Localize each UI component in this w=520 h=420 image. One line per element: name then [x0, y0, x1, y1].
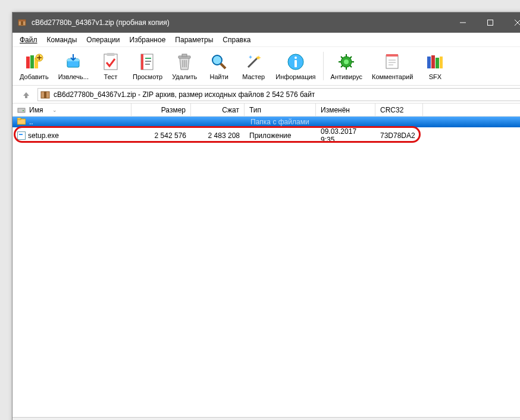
- parent-folder-row[interactable]: .. Папка с файлами: [12, 117, 520, 127]
- comment-button[interactable]: Комментарий: [367, 49, 418, 83]
- statusbar: Всего 2 542 576 байт в 1 файле: [12, 417, 520, 420]
- wizard-label: Мастер: [242, 73, 265, 80]
- svg-rect-45: [386, 54, 398, 57]
- view-icon: [137, 52, 158, 72]
- svg-rect-55: [18, 108, 25, 112]
- maximize-button[interactable]: [477, 12, 504, 33]
- file-packed: 2 483 208: [208, 131, 240, 140]
- search-icon: [209, 52, 229, 72]
- svg-rect-4: [488, 20, 493, 26]
- col-packed[interactable]: Сжат: [191, 104, 245, 116]
- app-icon: [17, 18, 27, 27]
- svg-rect-1: [18, 20, 26, 21]
- comment-label: Комментарий: [372, 73, 413, 80]
- svg-rect-52: [440, 57, 443, 68]
- menu-operations[interactable]: Операции: [82, 34, 124, 46]
- window-title: cB6d27780b_64367v1.zip (пробная копия): [32, 18, 170, 27]
- books-add-icon: [24, 52, 44, 72]
- toolbar: Добавить Извлечь... Тест Просмотр Удалит…: [12, 47, 520, 86]
- view-label: Просмотр: [133, 73, 162, 80]
- file-size: 2 542 576: [155, 131, 186, 140]
- svg-line-43: [341, 65, 343, 67]
- delete-label: Удалить: [172, 73, 197, 80]
- sfx-button[interactable]: SFX: [418, 49, 452, 83]
- toolbar-separator: [323, 52, 324, 80]
- virus-icon: [336, 52, 356, 72]
- add-label: Добавить: [20, 73, 49, 80]
- exe-icon: [17, 131, 26, 140]
- books-sfx-icon: [425, 52, 445, 72]
- svg-line-40: [341, 57, 343, 58]
- menu-help[interactable]: Справка: [218, 34, 255, 46]
- parent-folder-label: Папка с файлами: [250, 118, 309, 126]
- wizard-button[interactable]: Мастер: [236, 49, 271, 83]
- up-button[interactable]: [20, 88, 33, 101]
- view-button[interactable]: Просмотр: [128, 49, 167, 83]
- svg-line-28: [221, 64, 225, 68]
- info-icon: [286, 52, 306, 72]
- svg-line-29: [248, 58, 258, 67]
- archive-icon: [40, 90, 50, 99]
- menu-options[interactable]: Параметры: [170, 34, 218, 46]
- svg-rect-58: [17, 118, 21, 120]
- extract-button[interactable]: Извлечь...: [54, 49, 93, 83]
- menubar: Файл Команды Операции Избранное Параметр…: [12, 33, 520, 47]
- titlebar: cB6d27780b_64367v1.zip (пробная копия): [12, 12, 520, 33]
- svg-rect-7: [26, 57, 30, 68]
- svg-rect-33: [295, 60, 297, 67]
- path-text: cB6d27780b_64367v1.zip - ZIP архив, разм…: [54, 90, 315, 99]
- minimize-button[interactable]: [449, 12, 477, 33]
- find-label: Найти: [210, 73, 228, 80]
- svg-rect-8: [30, 55, 34, 68]
- column-headers: Имя ⌄ Размер Сжат Тип Изменён CRC32: [12, 104, 520, 117]
- extract-label: Извлечь...: [58, 73, 89, 80]
- svg-rect-16: [106, 53, 115, 56]
- info-button[interactable]: Информация: [271, 49, 320, 83]
- file-modified: 09.03.2017 9:35: [321, 127, 371, 144]
- svg-point-32: [295, 57, 297, 59]
- svg-rect-44: [386, 55, 398, 68]
- find-button[interactable]: Найти: [202, 49, 236, 83]
- info-label: Информация: [275, 73, 315, 80]
- wand-icon: [243, 52, 264, 72]
- antivirus-button[interactable]: Антивирус: [326, 49, 367, 83]
- menu-favorites[interactable]: Избранное: [125, 34, 171, 46]
- svg-rect-49: [427, 57, 431, 68]
- svg-rect-21: [145, 64, 150, 65]
- menu-commands[interactable]: Команды: [42, 34, 82, 46]
- extract-icon: [63, 52, 83, 72]
- svg-rect-18: [141, 54, 143, 70]
- svg-point-27: [212, 55, 222, 65]
- add-button[interactable]: Добавить: [15, 49, 54, 83]
- sort-indicator: ⌄: [52, 107, 57, 113]
- menu-file[interactable]: Файл: [15, 34, 42, 46]
- close-button[interactable]: [504, 12, 520, 33]
- drive-icon: [17, 106, 26, 114]
- test-button[interactable]: Тест: [93, 49, 128, 83]
- file-name: setup.exe: [28, 131, 59, 140]
- svg-rect-50: [431, 55, 435, 68]
- delete-button[interactable]: Удалить: [167, 49, 202, 83]
- svg-rect-51: [436, 58, 439, 68]
- test-icon: [101, 52, 121, 72]
- svg-rect-15: [104, 54, 117, 70]
- svg-point-56: [23, 110, 24, 111]
- svg-point-35: [344, 59, 349, 64]
- col-size[interactable]: Размер: [131, 104, 191, 116]
- svg-rect-23: [182, 54, 187, 57]
- file-type: Приложение: [249, 131, 291, 140]
- path-field[interactable]: cB6d27780b_64367v1.zip - ZIP архив, разм…: [37, 88, 520, 101]
- file-row[interactable]: setup.exe 2 542 576 2 483 208 Приложение…: [12, 130, 520, 142]
- file-crc: 73D78DA2: [380, 131, 415, 140]
- col-modified[interactable]: Изменён: [316, 104, 375, 116]
- file-list: Имя ⌄ Размер Сжат Тип Изменён CRC32 .. П…: [12, 104, 520, 417]
- col-name[interactable]: Имя ⌄: [12, 104, 131, 116]
- folder-up-icon: [17, 118, 26, 127]
- app-window: cB6d27780b_64367v1.zip (пробная копия) Ф…: [12, 12, 520, 420]
- svg-rect-2: [21, 21, 23, 25]
- test-label: Тест: [104, 73, 118, 80]
- svg-line-42: [350, 57, 352, 58]
- pathbar: cB6d27780b_64367v1.zip - ZIP архив, разм…: [12, 86, 520, 104]
- col-type[interactable]: Тип: [245, 104, 316, 116]
- col-crc[interactable]: CRC32: [375, 104, 423, 116]
